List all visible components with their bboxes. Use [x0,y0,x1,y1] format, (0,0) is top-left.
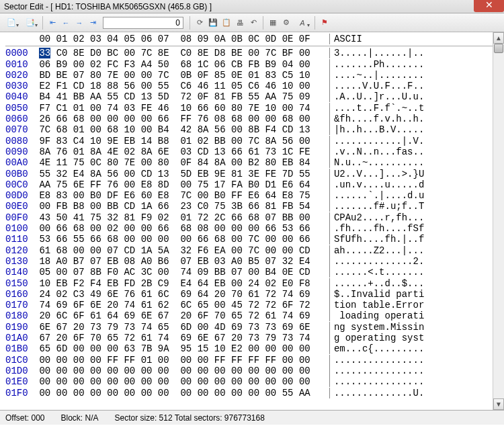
separator [263,16,263,30]
offset-value: 000 [31,413,44,423]
nav-last-icon[interactable]: ⇥ [87,17,99,29]
status-bar: Offset: 000 Block: N/A Sector size: 512 … [0,410,504,425]
grid-icon[interactable]: ▦ [267,17,279,29]
separator [190,16,190,30]
scroll-thumb[interactable] [494,44,503,53]
close-button[interactable]: ✕ [474,0,504,12]
sector-input[interactable]: 0 [103,17,183,29]
separator [314,16,315,30]
window-title: Sector Edit - [ HD1: TOSHIBA MK5065GSXN … [4,2,212,11]
refresh-icon[interactable]: ⟳ [194,17,206,29]
totalsectors-label: Total sectors: [175,413,222,423]
totalsectors-value: 976773168 [224,413,265,423]
hex-editor: 00 01 02 03 04 05 06 07 08 09 0A 0B 0C 0… [0,32,504,410]
separator [42,16,43,30]
flag-icon[interactable]: ⚑ [319,17,331,29]
sectorsize-value: 512 [159,413,173,423]
nav-first-icon[interactable]: ⇤ [46,17,58,29]
nav-next-icon[interactable]: → [73,17,85,29]
sectorsize-label: Sector size: [115,413,157,423]
scroll-down-icon[interactable]: ▼ [493,398,504,410]
offset-label: Offset: [5,413,29,423]
toolbar: 📄 📑 ⇤ ← → ⇥ 0 ⟳ 💾 📋 🖶 ↶ ▦ ⚙ A ⚑ [0,13,504,32]
title-bar: Sector Edit - [ HD1: TOSHIBA MK5065GSXN … [0,0,504,13]
nav-prev-icon[interactable]: ← [60,17,72,29]
view-dropdown[interactable]: 📑 [22,17,39,29]
new-doc-dropdown[interactable]: 📄 [3,17,20,29]
hex-grid[interactable]: 00 01 02 03 04 05 06 07 08 09 0A 0B 0C 0… [0,32,493,410]
gear-icon[interactable]: ⚙ [280,17,292,29]
block-value: N/A [85,413,99,423]
copy-icon[interactable]: 📋 [220,17,233,29]
undo-icon[interactable]: ↶ [247,17,259,29]
save-icon[interactable]: 💾 [207,17,219,29]
block-label: Block: [61,413,83,423]
print-icon[interactable]: 🖶 [234,17,246,29]
scroll-up-icon[interactable]: ▲ [493,32,504,44]
vertical-scrollbar[interactable]: ▲ ▼ [493,32,504,410]
font-dropdown[interactable]: A [294,17,311,29]
